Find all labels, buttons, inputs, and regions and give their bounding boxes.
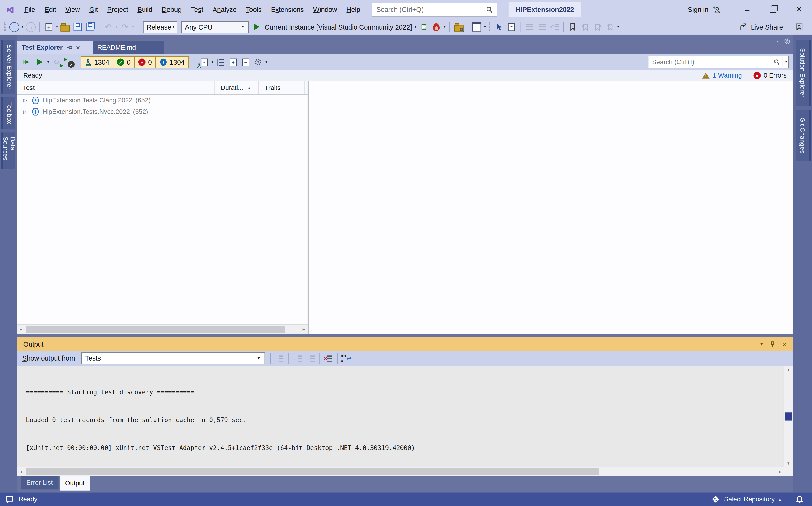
scroll-right-button[interactable]: ►	[300, 325, 308, 333]
quick-search-input[interactable]	[372, 6, 485, 13]
menu-tools[interactable]: Tools	[241, 3, 266, 15]
configuration-combo[interactable]: Release▾	[143, 21, 177, 33]
feedback-button[interactable]	[794, 21, 805, 33]
column-header-duration[interactable]: Durati... ▲	[215, 81, 259, 94]
menu-debug[interactable]: Debug	[157, 3, 186, 15]
window-position-dropdown[interactable]: ▾	[760, 342, 763, 347]
menu-build[interactable]: Build	[133, 3, 157, 15]
next-bookmark-button[interactable]	[592, 21, 603, 33]
scroll-thumb[interactable]	[785, 412, 792, 420]
sign-in-button[interactable]: Sign in +	[688, 5, 721, 14]
filter-failed-tests-button[interactable]: × 0	[135, 56, 156, 68]
new-project-dropdown[interactable]: ▾	[56, 25, 58, 29]
bookmark-toolbar-overflow[interactable]: ▾	[617, 25, 619, 29]
tab-output[interactable]: Output	[59, 476, 90, 491]
solution-explorer-shortcut-button[interactable]	[471, 21, 483, 33]
test-search-input[interactable]	[648, 59, 773, 66]
menu-file[interactable]: File	[20, 3, 40, 15]
menu-project[interactable]: Project	[103, 3, 133, 15]
playlist-dropdown[interactable]: ▾	[211, 60, 214, 64]
restore-button[interactable]	[760, 0, 786, 19]
gear-icon[interactable]	[784, 38, 791, 45]
sidebar-item-data-sources[interactable]: Data Sources	[1, 133, 15, 169]
tab-readme[interactable]: README.md	[92, 41, 164, 54]
column-header-traits[interactable]: Traits	[259, 81, 304, 94]
previous-message-button[interactable]: ←	[292, 352, 303, 364]
document-outline-button[interactable]: ≡	[506, 21, 517, 33]
feedback-bubble-icon[interactable]	[5, 495, 14, 504]
redo-dropdown[interactable]: ▾	[132, 25, 134, 29]
undo-edit-lines-button[interactable]: ↶	[549, 21, 560, 33]
tab-list-dropdown[interactable]: ▾	[776, 39, 779, 44]
run-target-dropdown[interactable]: ▾	[415, 25, 417, 29]
sidebar-item-solution-explorer[interactable]: Solution Explorer	[796, 40, 811, 106]
column-header-test[interactable]: Test	[17, 81, 215, 94]
menu-view[interactable]: View	[61, 3, 84, 15]
output-horizontal-scrollbar[interactable]: ◄ ►	[17, 467, 784, 476]
run-target-label[interactable]: Current Instance [Visual Studio Communit…	[265, 23, 412, 31]
undo-dropdown[interactable]: ▾	[116, 25, 118, 29]
scroll-down-button[interactable]: ▼	[785, 459, 792, 467]
scroll-thumb[interactable]	[26, 468, 599, 475]
clear-bookmarks-button[interactable]	[604, 21, 616, 33]
sidebar-item-server-explorer[interactable]: Server Explorer	[1, 40, 15, 94]
previous-bookmark-button[interactable]	[579, 21, 591, 33]
group-by-button[interactable]	[215, 56, 226, 68]
menu-analyze[interactable]: Analyze	[208, 3, 241, 15]
hot-reload-dropdown[interactable]: ▾	[444, 25, 446, 29]
errors-link[interactable]: × 0 Errors	[753, 72, 787, 79]
navigate-forward-button[interactable]: →	[25, 21, 36, 33]
minimize-button[interactable]: –	[734, 0, 760, 19]
scroll-left-button[interactable]: ◄	[17, 468, 25, 476]
tab-test-explorer[interactable]: Test Explorer ×	[17, 41, 99, 54]
menu-extensions[interactable]: Extensions	[266, 3, 309, 15]
toolbar-grip[interactable]	[3, 22, 6, 31]
pin-icon[interactable]	[66, 45, 73, 51]
test-search-box[interactable]: ▾	[648, 56, 789, 68]
navigate-back-button[interactable]: ←	[8, 21, 20, 33]
tab-error-list[interactable]: Error List	[21, 476, 58, 489]
close-button[interactable]: ×	[786, 0, 812, 19]
pin-icon[interactable]	[769, 341, 776, 347]
clear-all-button[interactable]: ×	[322, 352, 334, 364]
navigate-back-dropdown[interactable]: ▾	[21, 25, 23, 29]
undo-button[interactable]: ↶	[103, 21, 114, 33]
filter-passed-tests-button[interactable]: ✓ 0	[114, 56, 135, 68]
start-debug-button[interactable]	[251, 21, 263, 33]
output-log[interactable]: ========== Starting test discovery =====…	[17, 366, 784, 467]
output-text-area[interactable]: ========== Starting test discovery =====…	[17, 366, 793, 476]
close-icon[interactable]: ×	[783, 340, 787, 348]
test-settings-dropdown[interactable]: ▾	[265, 60, 268, 64]
open-file-button[interactable]	[60, 21, 71, 33]
select-repository-button[interactable]: Select Repository ▴	[712, 495, 781, 503]
run-tests-button[interactable]	[34, 56, 46, 68]
select-tool-button[interactable]	[493, 21, 505, 33]
output-vertical-scrollbar[interactable]: ▲ ▼	[784, 366, 793, 467]
run-tests-dropdown[interactable]: ▾	[47, 60, 49, 64]
menu-git[interactable]: Git	[85, 3, 103, 15]
close-icon[interactable]: ×	[76, 44, 80, 52]
test-tree-horizontal-scrollbar[interactable]: ◄ ►	[17, 324, 308, 334]
expand-all-button[interactable]: +	[227, 56, 239, 68]
scroll-left-button[interactable]: ◄	[17, 325, 25, 333]
test-tree-row[interactable]: ▷ ! HipExtension.Tests.Clang.2022 (652)	[17, 95, 308, 106]
sidebar-item-git-changes[interactable]: Git Changes	[796, 110, 811, 161]
repeat-last-run-button[interactable]: ↻	[51, 56, 62, 68]
test-settings-button[interactable]	[252, 56, 264, 68]
filter-not-run-tests-button[interactable]: ! 1304	[156, 56, 189, 68]
warnings-link[interactable]: ! 1 Warning	[702, 72, 742, 79]
indent-decrease-button[interactable]	[524, 21, 535, 33]
search-options-dropdown[interactable]: ▾	[785, 60, 787, 64]
quick-search-box[interactable]	[371, 3, 497, 17]
hot-reload-button[interactable]	[431, 21, 442, 33]
scroll-up-button[interactable]: ▲	[785, 366, 792, 373]
start-without-debug-button[interactable]	[418, 21, 430, 33]
toggle-word-wrap-button[interactable]: abc ↵	[340, 352, 352, 364]
menu-test[interactable]: Test	[186, 3, 208, 15]
goto-message-button[interactable]: ↓	[274, 352, 285, 364]
playlist-button[interactable]: ≡	[199, 56, 210, 68]
menu-help[interactable]: Help	[342, 3, 365, 15]
menu-window[interactable]: Window	[309, 3, 342, 15]
output-title-bar[interactable]: Output ▾ ×	[17, 337, 793, 351]
scroll-right-button[interactable]: ►	[776, 468, 784, 476]
